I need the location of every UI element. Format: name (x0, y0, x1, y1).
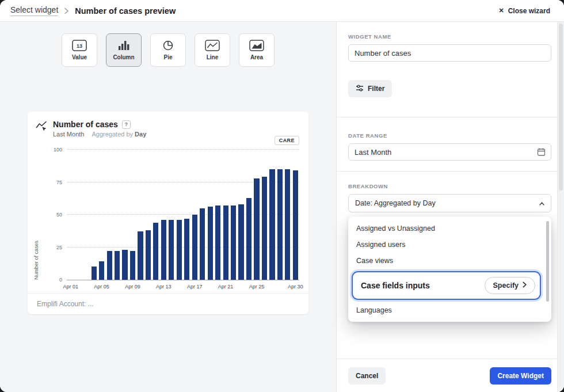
close-wizard-label: Close wizard (508, 7, 550, 15)
bar-apr-29[interactable] (285, 169, 290, 280)
bar-apr-25[interactable] (254, 178, 259, 280)
bar-apr-21[interactable] (223, 205, 228, 280)
date-range-input[interactable] (348, 143, 551, 161)
bar-apr-28[interactable] (277, 169, 283, 280)
cancel-button[interactable]: Cancel (348, 367, 386, 385)
bar-slot (129, 150, 136, 280)
bar-slot (144, 150, 152, 280)
bar-slot (136, 150, 144, 280)
bar-apr-06[interactable] (107, 251, 112, 280)
breakdown-option-assigned-vs-unassigned[interactable]: Assigned vs Unassigned (348, 220, 551, 237)
chevron-right-icon (523, 281, 527, 290)
chart-title: Number of cases (53, 120, 118, 129)
bar-slot (105, 150, 113, 280)
legend-care-badge[interactable]: CARE (275, 136, 299, 145)
window-scrollbar-thumb[interactable] (559, 24, 563, 191)
breakdown-option-assigned-users[interactable]: Assigned users (348, 237, 551, 253)
calendar-icon[interactable] (537, 148, 546, 157)
bar-apr-27[interactable] (269, 169, 275, 280)
breakdown-option-languages[interactable]: Languages (348, 302, 551, 318)
dropdown-scrollbar[interactable] (546, 221, 549, 302)
y-tick-label: 0 (39, 277, 62, 283)
chart-period: Last Month (53, 131, 84, 138)
chart-subtitle: Last Month Aggregated by Day (53, 131, 146, 138)
close-wizard-button[interactable]: ✕ Close wizard (495, 6, 554, 16)
bar-apr-17[interactable] (192, 215, 197, 280)
bar-apr-22[interactable] (231, 205, 236, 280)
window-scrollbar[interactable] (557, 22, 564, 392)
widget-type-line[interactable]: Line (195, 33, 230, 67)
filter-button[interactable]: Filter (348, 80, 392, 97)
section-divider (337, 117, 564, 117)
bar-slot (90, 150, 97, 280)
close-icon: ✕ (498, 7, 504, 14)
breakdown-select[interactable]: Date: Aggregated by Day (348, 194, 551, 212)
bar-slot (183, 150, 190, 280)
breakdown-option-case-views[interactable]: Case views (348, 253, 551, 269)
specify-button[interactable]: Specify (485, 277, 535, 294)
preview-panel: 13ValueColumnPieLineArea Number of cases… (0, 22, 337, 392)
widget-type-label: Pie (163, 54, 172, 60)
x-tick-label: Apr 13 (156, 284, 172, 290)
breadcrumb-select-widget[interactable]: Select widget (10, 5, 58, 16)
bar-slot (176, 150, 183, 280)
bar-apr-16[interactable] (184, 219, 189, 280)
widget-type-selector: 13ValueColumnPieLineArea (0, 33, 336, 67)
y-tick-label: 75 (39, 180, 62, 185)
x-tick-label: Apr 25 (249, 284, 265, 290)
x-tick-label: Apr 05 (94, 284, 109, 290)
line-icon (205, 40, 220, 51)
bar-apr-23[interactable] (238, 204, 243, 280)
x-tick-label: Apr 17 (187, 284, 203, 290)
widget-type-label: Area (250, 54, 263, 60)
breakdown-label: BREAKDOWN (348, 183, 551, 189)
bar-slot (121, 150, 128, 280)
column-icon (117, 40, 130, 51)
x-tick-label: Apr 30 (288, 284, 303, 290)
y-tick-label: 50 (39, 212, 62, 218)
filter-label: Filter (368, 85, 384, 93)
widget-type-column[interactable]: Column (106, 33, 142, 67)
widget-type-area[interactable]: Area (239, 33, 275, 67)
bar-apr-30[interactable] (293, 170, 298, 280)
bar-slot (98, 150, 105, 280)
bar-apr-19[interactable] (208, 207, 213, 280)
bar-slot (253, 150, 260, 280)
caret-up-icon (539, 199, 544, 207)
bar-apr-10[interactable] (138, 231, 143, 280)
bar-apr-08[interactable] (122, 250, 127, 280)
widget-type-value[interactable]: 13Value (62, 33, 97, 67)
bar-apr-13[interactable] (161, 220, 166, 280)
bar-slot (276, 150, 284, 280)
widget-name-label: WIDGET NAME (348, 33, 551, 40)
bar-apr-14[interactable] (169, 220, 174, 280)
x-tick-label: Apr 09 (125, 284, 140, 290)
help-icon[interactable]: ? (122, 120, 131, 129)
specify-label: Specify (493, 281, 519, 290)
page-title: Number of cases preview (75, 6, 176, 16)
bar-apr-05[interactable] (99, 261, 104, 280)
bar-apr-18[interactable] (200, 208, 205, 280)
y-tick-label: 25 (39, 245, 62, 250)
breakdown-option-case-fields-inputs[interactable]: Case fields inputs Specify (353, 272, 540, 299)
widget-type-pie[interactable]: Pie (150, 33, 186, 67)
bar-apr-09[interactable] (130, 251, 135, 280)
settings-panel: WIDGET NAME Filter DATE RANGE BREAKDOWN … (337, 22, 564, 392)
widget-type-label: Value (72, 54, 87, 60)
widget-name-input[interactable] (348, 44, 551, 62)
bar-apr-07[interactable] (115, 251, 120, 280)
bar-apr-20[interactable] (215, 205, 220, 280)
bar-apr-11[interactable] (146, 230, 151, 280)
chart-footer: Emplifi Account: ... (28, 293, 308, 314)
bar-apr-24[interactable] (246, 198, 251, 280)
bar-slot (74, 150, 82, 280)
bar-slot (167, 150, 175, 280)
bar-apr-26[interactable] (262, 177, 267, 280)
bar-slot (67, 150, 74, 280)
bar-apr-12[interactable] (153, 223, 158, 280)
create-widget-button[interactable]: Create Widget (490, 367, 551, 385)
bar-apr-04[interactable] (92, 267, 97, 280)
date-range-field (348, 143, 551, 161)
bar-slot (245, 150, 253, 280)
bar-apr-15[interactable] (177, 220, 182, 280)
